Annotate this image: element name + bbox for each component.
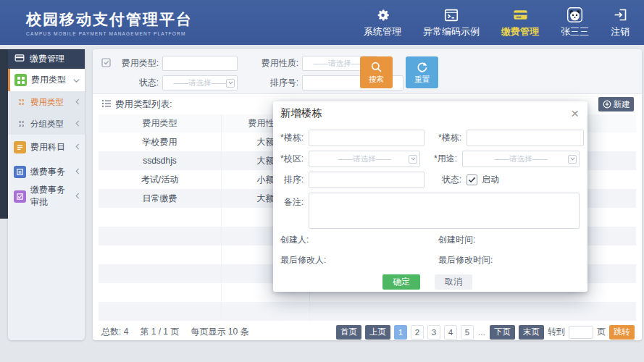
cell-fee-type <box>99 227 222 245</box>
page-number-3[interactable]: 3 <box>427 325 440 340</box>
prev-page-button[interactable]: 上页 <box>365 325 390 340</box>
nav-item-payment-management[interactable]: 缴费管理 <box>501 7 539 38</box>
cell-fee-type <box>99 208 222 227</box>
close-icon[interactable]: × <box>571 106 579 120</box>
status-checkbox-label: 启动 <box>482 174 499 186</box>
next-page-button[interactable]: 下页 <box>490 325 515 340</box>
nav-item-user[interactable]: 张三三 <box>561 7 589 38</box>
select-placeholder: ——请选择—— <box>313 59 367 69</box>
reset-icon <box>415 60 429 74</box>
fee-type-filter-label: 费用类型: <box>114 57 159 70</box>
sidebar-item-fee-type-group[interactable]: 费用类型 <box>8 69 85 91</box>
select-placeholder: ——请选择—— <box>173 78 227 88</box>
nav-label: 异常编码示例 <box>423 25 480 38</box>
remark-textarea[interactable] <box>309 193 580 229</box>
jump-button[interactable]: 跳转 <box>609 325 635 340</box>
column-header-fee-type: 费用类型 <box>99 114 222 132</box>
pagination-total: 总数: 4 <box>101 326 128 338</box>
remark-label: 备注: <box>279 193 304 209</box>
chevron-left-icon <box>75 98 80 106</box>
sidebar-subitem-fee-type[interactable]: 费用类型 <box>8 91 85 113</box>
sidebar-item-fee-subject[interactable]: 费用科目 <box>8 135 85 159</box>
sidebar-item-payment-affairs[interactable]: 缴费事务 <box>8 159 85 184</box>
nav-label: 系统管理 <box>364 25 401 38</box>
select-placeholder: ——请选择—— <box>338 154 391 164</box>
terminal-icon <box>443 7 460 23</box>
chevron-left-icon <box>75 142 80 152</box>
sidebar-submenu: 费用类型 分组类型 <box>8 91 85 135</box>
cell-fee-type <box>99 264 222 283</box>
top-nav: 系统管理 异常编码示例 缴费管理 张三三 注销 <box>364 7 630 38</box>
modify-time-label: 最后修改时间: <box>438 254 493 266</box>
campus-select[interactable]: ——请选择—— <box>309 151 420 167</box>
create-time-label: 创建时间: <box>438 234 475 246</box>
sidebar-item-label: 缴费事务 <box>30 166 65 178</box>
fee-type-sub-icon <box>17 98 26 107</box>
card-icon <box>512 7 529 23</box>
modal-title: 新增楼栋 <box>280 106 322 120</box>
nav-item-system-management[interactable]: 系统管理 <box>364 7 401 38</box>
cell-fee-type <box>99 302 222 321</box>
building-input-right[interactable] <box>467 130 584 146</box>
confirm-button[interactable]: 确定 <box>382 274 420 290</box>
payment-affairs-icon <box>14 166 26 178</box>
nav-item-logout[interactable]: 注销 <box>611 7 630 38</box>
cell-fee-type: 学校费用 <box>99 132 222 151</box>
sidebar-item-payment-approval[interactable]: 缴费事务审批 <box>8 184 85 209</box>
status-checkbox[interactable] <box>467 174 477 185</box>
sidebar-header: 缴费管理 <box>8 49 85 69</box>
fee-type-input[interactable] <box>162 56 238 71</box>
page-number-4[interactable]: 4 <box>444 325 457 340</box>
search-button[interactable]: 搜索 <box>360 56 393 88</box>
status-select[interactable]: ——请选择—— <box>162 75 238 90</box>
list-title: 费用类型列表: <box>115 98 172 111</box>
new-button[interactable]: 新建 <box>598 97 634 111</box>
nav-label: 张三三 <box>561 25 589 38</box>
filter-section: 费用类型: 费用性质: ——请选择—— 状态: ——请选择—— 排序号: <box>93 49 642 94</box>
cell-fee-nature <box>222 302 310 321</box>
sidebar-group-label: 费用类型 <box>31 74 66 86</box>
chevron-down-icon <box>73 75 80 85</box>
plus-icon <box>603 100 611 109</box>
usage-select[interactable]: ——请选择—— <box>462 151 580 167</box>
sidebar-subitem-label: 分组类型 <box>30 119 64 130</box>
new-button-label: 新建 <box>614 99 630 110</box>
page-number-5[interactable]: 5 <box>461 325 474 340</box>
sidebar-subitem-group-type[interactable]: 分组类型 <box>8 113 85 135</box>
sidebar-header-label: 缴费管理 <box>30 53 64 65</box>
goto-page-input[interactable] <box>569 326 593 339</box>
table-row[interactable] <box>99 302 636 321</box>
last-page-button[interactable]: 末页 <box>519 325 544 340</box>
cell-fee-type: 考试/活动 <box>99 170 222 189</box>
sidebar-rail <box>0 49 8 219</box>
fee-subject-icon <box>14 141 26 153</box>
add-building-modal: 新增楼栋 × *楼栋: *楼栋: *校区: ——请选择—— *用途: ——请选择 <box>273 101 587 292</box>
first-page-button[interactable]: 首页 <box>336 325 361 340</box>
list-icon <box>101 98 112 111</box>
sidebar-item-label: 费用科目 <box>30 141 65 153</box>
chevron-down-icon <box>226 79 235 88</box>
pagination-per-page: 每页显示 10 条 <box>191 326 248 338</box>
usage-label: *用途: <box>434 153 457 165</box>
logo-title: 校园移动支付管理平台 <box>26 9 193 30</box>
building-input-left[interactable] <box>309 130 425 146</box>
chevron-left-icon <box>75 119 80 128</box>
sort-input[interactable] <box>309 172 425 188</box>
logo-subtitle: CAMPUS MOBILE PAYMENT MANAGEMENT PLATFOR… <box>26 31 193 36</box>
page-number-1[interactable]: 1 <box>394 325 407 340</box>
chevron-left-icon <box>75 167 80 177</box>
building-label-left: *楼栋: <box>279 132 304 144</box>
nav-item-error-code-demo[interactable]: 异常编码示例 <box>423 7 480 38</box>
campus-label: *校区: <box>279 153 304 165</box>
cell-fee-type <box>99 283 222 302</box>
creator-label: 创建人: <box>280 234 438 246</box>
goto-unit-label: 页 <box>597 326 606 338</box>
page-number-2[interactable]: 2 <box>411 325 424 340</box>
cancel-button[interactable]: 取消 <box>435 274 472 290</box>
goto-label: 转到 <box>548 326 565 338</box>
status-filter-label: 状态: <box>114 77 159 89</box>
building-label-right: *楼栋: <box>438 132 461 144</box>
reset-button[interactable]: 重置 <box>406 56 438 88</box>
logout-icon <box>612 7 629 23</box>
app-logo: 校园移动支付管理平台 CAMPUS MOBILE PAYMENT MANAGEM… <box>26 9 193 36</box>
